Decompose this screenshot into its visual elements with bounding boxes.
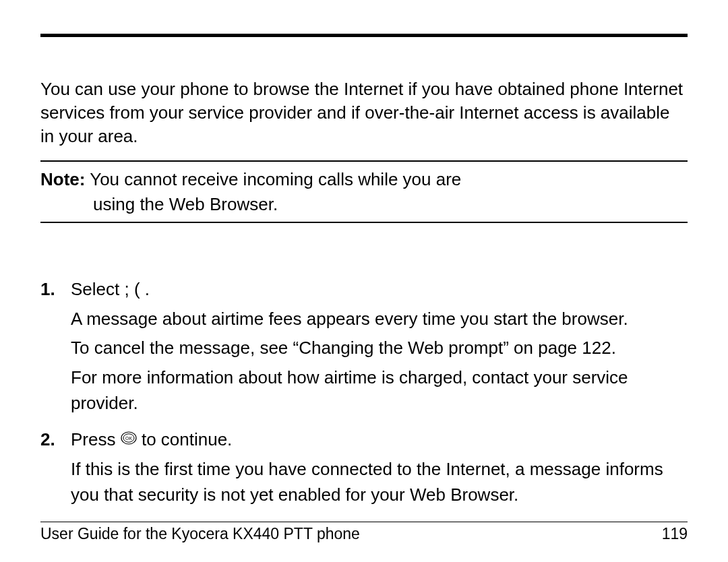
note-top-rule	[40, 160, 688, 162]
step-1-line-c: To cancel the message, see “Changing the…	[71, 336, 688, 361]
page-footer: User Guide for the Kyocera KX440 PTT pho…	[40, 522, 688, 543]
step-2-line-b: If this is the first time you have conne…	[71, 457, 688, 507]
step-number: 2.	[40, 427, 71, 512]
intro-paragraph: You can use your phone to browse the Int…	[40, 77, 688, 148]
step-1-line-b: A message about airtime fees appears eve…	[71, 307, 688, 332]
step-1: 1. Select ; ( . A message about airtime …	[40, 277, 688, 420]
footer-title: User Guide for the Kyocera KX440 PTT pho…	[40, 525, 360, 543]
footer-page-number: 119	[662, 525, 688, 543]
svg-text:OK: OK	[125, 436, 132, 441]
note-line-1: You cannot receive incoming calls while …	[85, 169, 461, 189]
ok-key-icon: OK	[121, 427, 137, 452]
note-bottom-rule	[40, 222, 688, 223]
step-body: Press OK to continue. If this is the fir…	[71, 427, 688, 512]
step-number: 1.	[40, 277, 71, 420]
step-1-line-a: Select ; ( .	[71, 277, 688, 303]
note-label: Note:	[40, 169, 85, 189]
step-2: 2. Press OK to continue. If this is the …	[40, 427, 688, 512]
note-line-2: using the Web Browser.	[93, 192, 688, 216]
steps-list: 1. Select ; ( . A message about airtime …	[40, 277, 688, 512]
step-body: Select ; ( . A message about airtime fee…	[71, 277, 688, 420]
step-2-line-a: Press OK to continue.	[71, 427, 688, 454]
note-block: Note: You cannot receive incoming calls …	[40, 167, 688, 216]
footer-rule	[40, 522, 688, 522]
top-rule	[40, 34, 688, 37]
step-1-line-d: For more information about how airtime i…	[71, 365, 688, 416]
